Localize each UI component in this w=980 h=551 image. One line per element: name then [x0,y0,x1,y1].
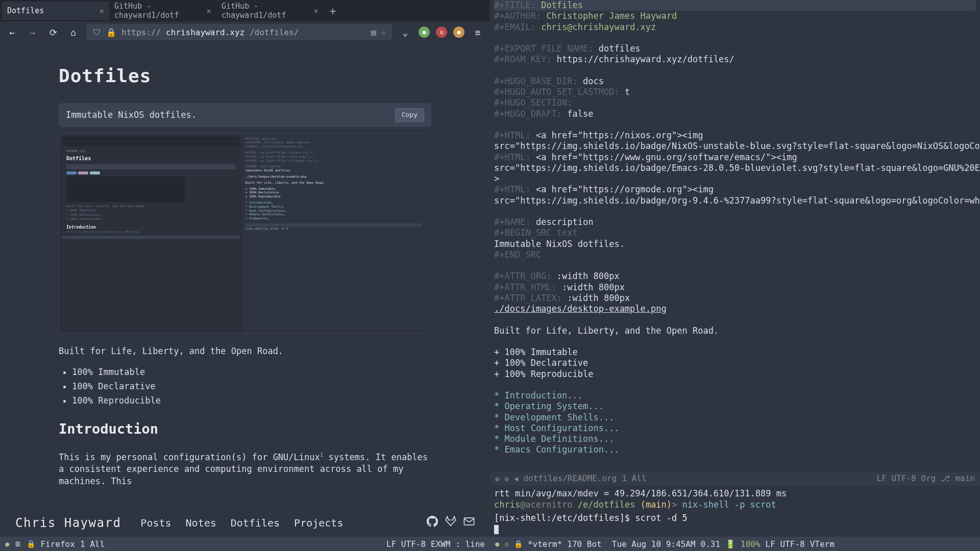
home-icon[interactable]: ⌂ [66,27,81,38]
modeline-editor: ● ● ◀ dotfiles/README.org 1 All LF UTF-8… [490,471,980,486]
copy-button[interactable]: Copy [395,108,424,121]
editor-line: * Host Configurations... [494,423,976,434]
editor-line: src="https://img.shields.io/badge/Emacs-… [494,163,976,173]
bookmark-icon[interactable]: ☆ [381,28,386,37]
position-indicator: 1 All [622,473,646,483]
position-indicator: 1 All [80,539,105,549]
editor-line [494,206,976,217]
vterm-buffer[interactable]: rtt min/avg/max/mdev = 49.294/186.651/36… [490,486,980,537]
close-icon[interactable]: × [313,6,318,16]
extension-ublock-icon[interactable]: u [436,27,447,38]
editor-line: #+HUGO_BASE_DIR: docs [494,76,976,87]
editor-line: #+HUGO_SECTION: [494,97,976,108]
url-bar[interactable]: 🛡 🔒 https://chrishayward.xyz/dotfiles/ ▤… [87,24,392,40]
intro-heading: Introduction [59,419,431,439]
nav-projects[interactable]: Projects [294,517,343,529]
editor-line: + 100% Declarative [494,358,976,368]
url-scheme: https:// [121,28,161,37]
editor-line: * Emacs Configuration... [494,444,976,455]
buffer-name: *vterm* [528,539,562,549]
status-dot-icon: ● [5,540,9,548]
buffer-path: dotfiles/README.org [523,473,617,483]
encoding: LF UTF-8 [386,539,426,549]
buffer-name: Firefox [40,539,75,549]
editor-line: #+HTML: <a href="https://www.gnu.org/sof… [494,152,976,163]
tagline: Built for Life, Liberty, and the Open Ro… [59,345,431,358]
editor-line: #+EMAIL: chris@chrishayward.xyz [494,22,976,33]
major-mode: VTerm [810,539,835,549]
extension-3-icon[interactable]: ● [453,27,464,38]
tab-github-1[interactable]: GitHub - chayward1/dotf × [109,2,216,20]
forward-icon[interactable]: → [26,27,40,38]
site-header: Chris Hayward Posts Notes Dotfiles Proje… [0,509,490,537]
editor-line: #+TITLE: Dotfiles [494,0,976,11]
editor-line: #+ATTR_LATEX: :width 800px [494,293,976,304]
pocket-icon[interactable]: ⌄ [398,27,412,38]
gitlab-icon[interactable] [445,516,456,530]
reload-icon[interactable]: ⟳ [46,27,60,38]
editor-line: #+ATTR_ORG: :width 800px [494,271,976,282]
modeline-vterm: ● ● 🔒 *vterm* 170 Bot Tue Aug 10 9:45AM … [490,537,980,551]
vc-dot-icon: ● [504,540,508,548]
editor-line: #+HTML: <a href="https://orgmode.org"><i… [494,184,976,195]
rtt-line: rtt min/avg/max/mdev = 49.294/186.651/36… [494,488,976,499]
editor-line: * Introduction... [494,390,976,401]
back-icon[interactable]: ← [5,27,19,38]
branch-icon: ⎇ [941,473,950,483]
site-logo[interactable]: Chris Hayward [15,516,121,530]
editor-line: * Development Shells... [494,412,976,423]
close-icon[interactable]: × [206,6,211,16]
encoding: LF UTF-8 [766,539,805,549]
extension-1-icon[interactable]: ● [419,27,430,38]
feature-list: 100% Immutable 100% Declarative 100% Rep… [59,366,431,407]
editor-line: #+ROAM_KEY: https://chrishayward.xyz/dot… [494,54,976,65]
battery-pct: 100% [741,539,761,549]
shell-prompt-line: chris@acernitro /e/dotfiles (main)> nix-… [494,499,976,510]
tab-github-2[interactable]: GitHub - chayward1/dotf × [216,2,324,20]
lock-icon: 🔒 [514,540,523,548]
nix-shell-line: [nix-shell:/etc/dotfiles]$ scrot -d 5 [494,512,976,523]
editor-line: #+HUGO_AUTO_SET_LASTMOD: t [494,87,976,97]
editor-line [494,380,976,390]
file-icon: 🗎 [14,540,21,548]
editor-line: ./docs/images/desktop-example.png [494,304,976,314]
editor-line: #+HUGO_DRAFT: false [494,109,976,119]
browser-tabs: Dotfiles × GitHub - chayward1/dotf × Git… [0,0,490,21]
github-icon[interactable] [427,516,438,530]
editor-line: + 100% Immutable [494,347,976,358]
reader-icon[interactable]: ▤ [371,28,376,37]
menu-icon[interactable]: ≡ [471,27,485,38]
load-avg: 0.31 [701,539,721,549]
new-tab-button[interactable]: + [324,5,342,17]
encoding: LF UTF-8 [877,473,916,483]
intro-paragraph: This is my personal configuration(s) for… [59,451,431,488]
major-mode: EXWM : line [431,539,485,549]
nav-notes[interactable]: Notes [186,517,216,529]
editor-line: + 100% Reproducible [494,369,976,380]
editor-buffer[interactable]: #+TITLE: Dotfiles#+AUTHOR: Christopher J… [490,0,980,471]
editor-line: #+BEGIN_SRC text [494,228,976,238]
editor-line: > [494,173,976,184]
close-icon[interactable]: × [99,6,104,16]
editor-line: #+ATTR_HTML: :width 800px [494,282,976,293]
editor-line [494,336,976,347]
email-icon[interactable] [463,516,475,530]
editor-line [494,65,976,76]
code-text: Immutable NixOS dotfiles. [66,109,197,121]
editor-line [494,33,976,43]
tab-label: GitHub - chayward1/dotf [222,2,313,20]
editor-line: Immutable NixOS dotfiles. [494,239,976,249]
battery-icon: 🔋 [725,539,736,549]
editor-line: #+END_SRC [494,249,976,260]
url-path: /dotfiles/ [250,28,299,37]
position-indicator: 170 Bot [567,539,601,549]
nav-posts[interactable]: Posts [140,517,171,529]
tab-label: Dotfiles [7,6,44,15]
tab-dotfiles[interactable]: Dotfiles × [2,2,109,20]
shield-icon: 🛡 [93,28,101,37]
modeline-firefox: ● 🗎 🔒 Firefox 1 All LF UTF-8 EXWM : line [0,537,490,551]
list-item: 100% Declarative [72,381,431,393]
editor-line [494,314,976,325]
nav-dotfiles[interactable]: Dotfiles [231,517,280,529]
editor-line [494,260,976,271]
